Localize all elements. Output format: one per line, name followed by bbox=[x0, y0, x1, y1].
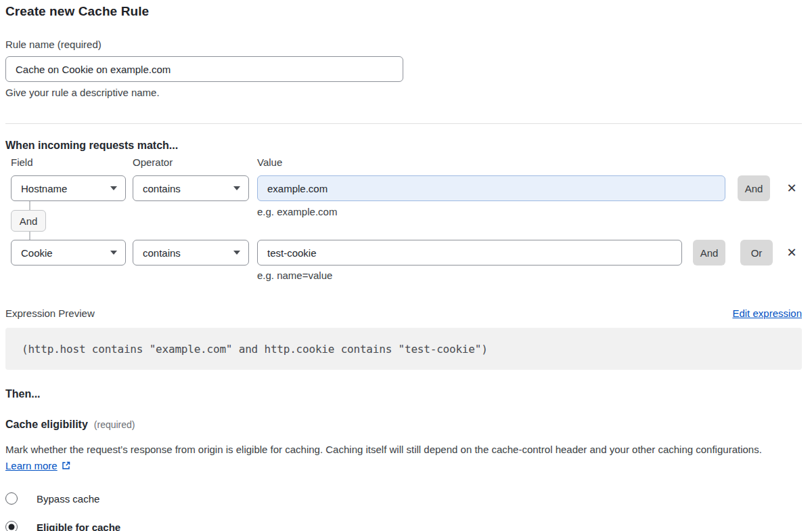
value-input-row1[interactable] bbox=[257, 175, 725, 201]
operator-select-row2[interactable]: contains bbox=[133, 240, 249, 266]
section-divider bbox=[5, 123, 802, 124]
value-column-label: Value bbox=[257, 156, 282, 168]
field-select-row1[interactable]: Hostname bbox=[11, 175, 126, 201]
required-note: (required) bbox=[94, 419, 135, 430]
field-select-row2[interactable]: Cookie bbox=[11, 240, 126, 266]
expression-header: Expression Preview Edit expression bbox=[5, 307, 802, 319]
cache-eligibility-heading: Cache eligibility (required) bbox=[5, 419, 802, 431]
cache-eligibility-title: Cache eligibility bbox=[5, 419, 88, 431]
field-select-row1-value: Hostname bbox=[21, 183, 67, 194]
connector-line-bottom bbox=[29, 232, 30, 240]
match-builder: Field Operator Value Hostname contains A… bbox=[5, 152, 802, 287]
operator-select-row1-value: contains bbox=[143, 183, 181, 194]
chevron-down-icon bbox=[110, 186, 117, 190]
description-text: Mark whether the request’s response from… bbox=[5, 444, 762, 455]
operator-column-label: Operator bbox=[133, 156, 173, 168]
value-hint-row1: e.g. example.com bbox=[257, 206, 337, 217]
operator-select-row1[interactable]: contains bbox=[133, 175, 249, 201]
add-and-condition-row1-button[interactable]: And bbox=[738, 175, 770, 201]
external-link-icon bbox=[61, 459, 71, 475]
rule-name-label: Rule name (required) bbox=[5, 39, 802, 50]
field-select-row2-value: Cookie bbox=[21, 247, 53, 259]
expression-preview-block: (http.host contains "example.com" and ht… bbox=[5, 328, 802, 370]
learn-more-link[interactable]: Learn more bbox=[5, 460, 58, 471]
value-hint-row2: e.g. name=value bbox=[257, 270, 332, 281]
remove-condition-row1-icon[interactable]: ✕ bbox=[784, 180, 800, 196]
eligible-for-cache-label: Eligible for cache bbox=[37, 522, 120, 531]
add-and-condition-row2-button[interactable]: And bbox=[693, 240, 725, 266]
field-column-label: Field bbox=[11, 156, 33, 168]
bypass-cache-option[interactable]: Bypass cache bbox=[5, 492, 802, 505]
remove-condition-row2-icon[interactable]: ✕ bbox=[784, 245, 800, 261]
edit-expression-link[interactable]: Edit expression bbox=[732, 307, 802, 319]
add-or-condition-row2-button[interactable]: Or bbox=[740, 240, 773, 266]
connector-and-button[interactable]: And bbox=[11, 210, 46, 232]
page-title: Create new Cache Rule bbox=[5, 4, 802, 19]
chevron-down-icon bbox=[233, 251, 240, 255]
eligible-for-cache-option[interactable]: Eligible for cache bbox=[5, 520, 802, 531]
match-heading: When incoming requests match... bbox=[5, 140, 802, 152]
expression-code: (http.host contains "example.com" and ht… bbox=[22, 343, 488, 356]
connector-line-top bbox=[29, 201, 30, 210]
rule-name-input[interactable] bbox=[5, 56, 403, 82]
chevron-down-icon bbox=[233, 186, 240, 190]
radio-selected-icon[interactable] bbox=[5, 521, 18, 531]
rule-name-help: Give your rule a descriptive name. bbox=[5, 87, 802, 98]
value-input-row2[interactable] bbox=[257, 240, 682, 266]
then-heading: Then... bbox=[5, 388, 802, 400]
bypass-cache-label: Bypass cache bbox=[37, 493, 99, 505]
radio-unselected-icon[interactable] bbox=[5, 492, 18, 505]
chevron-down-icon bbox=[110, 251, 117, 255]
cache-eligibility-description: Mark whether the request’s response from… bbox=[5, 442, 790, 475]
operator-select-row2-value: contains bbox=[143, 247, 181, 259]
expression-preview-label: Expression Preview bbox=[5, 307, 95, 319]
